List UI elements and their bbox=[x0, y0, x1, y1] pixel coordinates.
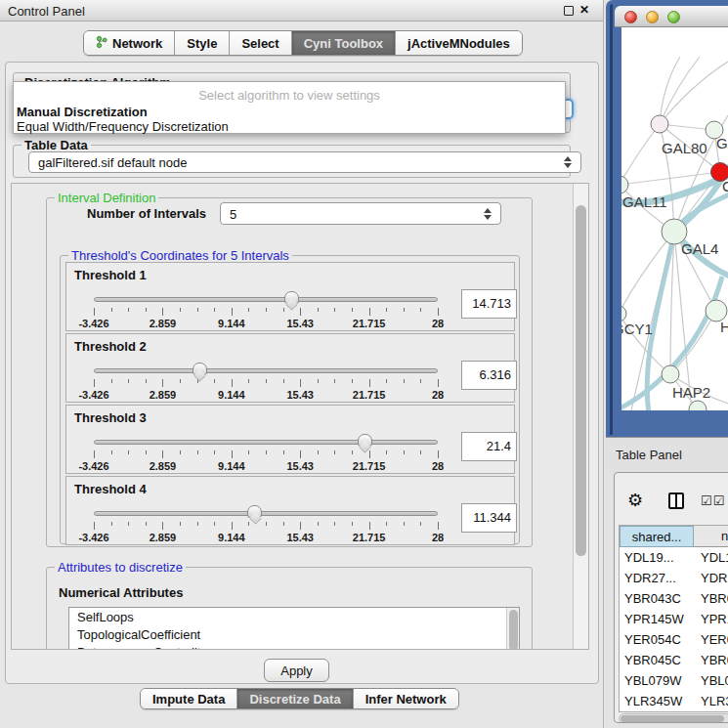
cell-shared-name[interactable]: YDL19... bbox=[624, 547, 674, 568]
slider-track[interactable] bbox=[94, 368, 438, 373]
cell-shared-name[interactable]: YBL079W bbox=[624, 670, 682, 691]
slider-tick bbox=[128, 522, 129, 526]
threshold-value-field[interactable]: 11.344 bbox=[461, 503, 517, 533]
tab-network[interactable]: Network bbox=[84, 31, 175, 55]
tab-jactivemnodules[interactable]: jActiveMNodules bbox=[396, 31, 522, 55]
slider-track[interactable] bbox=[94, 511, 438, 516]
table-row[interactable]: YDL19...YDL19 bbox=[620, 547, 728, 568]
num-intervals-spinner[interactable]: 5 bbox=[220, 202, 501, 225]
slider-thumb[interactable] bbox=[358, 434, 372, 447]
slider-thumb[interactable] bbox=[247, 505, 262, 518]
gear-icon[interactable]: ⚙ bbox=[627, 490, 643, 511]
slider-tick-label: 15.43 bbox=[286, 389, 314, 401]
settings-scroll-area: Interval Definition Number of Intervals … bbox=[11, 183, 589, 650]
threshold-slider[interactable]: -3.4262.8599.14415.4321.71528 bbox=[94, 434, 438, 473]
slider-tick-label: -3.426 bbox=[78, 532, 108, 543]
list-item[interactable]: SelfLoops bbox=[69, 608, 519, 625]
slider-tick-label: 2.859 bbox=[150, 460, 177, 472]
minimize-traffic-light-icon[interactable] bbox=[646, 11, 659, 23]
cell-name[interactable]: YLR345W bbox=[701, 691, 728, 711]
dropdown-item-equal-width-frequency[interactable]: Equal Width/Frequency Discretization bbox=[17, 119, 229, 134]
table-row[interactable]: YLR345WYLR345W bbox=[620, 691, 728, 711]
dropdown-item-manual-discretization[interactable]: Manual Discretization bbox=[17, 105, 148, 119]
cell-name[interactable]: YDL19 bbox=[701, 547, 728, 568]
slider-tick-label: -3.426 bbox=[78, 460, 108, 472]
threshold-slider[interactable]: -3.4262.8599.14415.4321.71528 bbox=[94, 291, 438, 330]
slider-track[interactable] bbox=[94, 440, 438, 445]
tab-cyni-toolbox[interactable]: Cyni Toolbox bbox=[292, 31, 396, 55]
table-data-group: Table Data galFiltered.sif default node bbox=[13, 145, 571, 178]
tab-style[interactable]: Style bbox=[175, 31, 230, 55]
cell-name[interactable]: YER054C bbox=[701, 629, 728, 650]
cell-shared-name[interactable]: YBR045C bbox=[624, 650, 681, 670]
cell-shared-name[interactable]: YER054C bbox=[624, 629, 681, 650]
panel-scrollbar[interactable] bbox=[573, 184, 588, 649]
columns-icon[interactable] bbox=[668, 492, 684, 509]
table-row[interactable]: YBR045CYBR045C bbox=[620, 650, 728, 670]
column-header-shared-name[interactable]: shared... bbox=[620, 526, 694, 547]
slider-tick bbox=[162, 308, 163, 316]
tab-impute-data[interactable]: Impute Data bbox=[141, 689, 237, 708]
slider-tick bbox=[386, 379, 387, 383]
network-node-gal80[interactable] bbox=[651, 115, 668, 133]
node-label: GAL4 bbox=[681, 240, 718, 257]
float-window-icon[interactable] bbox=[564, 6, 574, 16]
threshold-value-field[interactable]: 6.316 bbox=[461, 361, 517, 390]
list-item[interactable]: TopologicalCoefficient bbox=[69, 625, 519, 643]
table-row[interactable]: YBR043CYBR043C bbox=[620, 588, 728, 609]
table-row[interactable]: YPR145WYPR145W bbox=[620, 609, 728, 629]
cell-shared-name[interactable]: YLR345W bbox=[624, 691, 682, 711]
slider-tick bbox=[146, 522, 147, 526]
slider-tick bbox=[266, 522, 267, 526]
tab-infer-network[interactable]: Infer Network bbox=[354, 689, 458, 708]
network-window: GAL80 GA C GAL11 GAL4 GCY1 H HAP2 bbox=[606, 0, 728, 437]
cell-shared-name[interactable]: YDR27... bbox=[624, 568, 676, 588]
table-row[interactable]: YBL079WYBL079W bbox=[620, 670, 728, 691]
table-row[interactable]: YDR27...YDR27 bbox=[620, 568, 728, 588]
tab-select[interactable]: Select bbox=[230, 31, 291, 55]
slider-thumb[interactable] bbox=[193, 363, 207, 375]
network-node-gal11[interactable] bbox=[621, 176, 628, 193]
threshold-slider[interactable]: -3.4262.8599.14415.4321.71528 bbox=[94, 505, 438, 544]
slider-tick bbox=[283, 522, 284, 526]
close-traffic-light-icon[interactable] bbox=[624, 11, 637, 23]
table-hscrollbar-thumb[interactable] bbox=[621, 715, 724, 722]
list-item[interactable]: BetweennessCentrality bbox=[69, 643, 519, 650]
threshold-slider[interactable]: -3.4262.8599.14415.4321.71528 bbox=[94, 363, 438, 402]
network-canvas[interactable]: GAL80 GA C GAL11 GAL4 GCY1 H HAP2 bbox=[621, 27, 728, 410]
slider-tick-label: 9.144 bbox=[218, 532, 245, 543]
list-scrollbar[interactable] bbox=[506, 608, 519, 650]
network-node-hap2[interactable] bbox=[662, 365, 679, 383]
panel-scrollbar-thumb[interactable] bbox=[576, 205, 586, 556]
close-icon[interactable]: ✕ bbox=[579, 3, 589, 17]
slider-tick bbox=[197, 308, 198, 312]
table-data-combobox[interactable]: galFiltered.sif default node bbox=[28, 151, 581, 173]
network-node-gcy1[interactable] bbox=[621, 306, 626, 321]
cell-name[interactable]: YPR145W bbox=[701, 609, 728, 629]
cell-name[interactable]: YBL079W bbox=[701, 670, 728, 691]
table-row[interactable]: YER054CYER054C bbox=[620, 629, 728, 650]
threshold-value-field[interactable]: 14.713 bbox=[461, 289, 517, 319]
zoom-traffic-light-icon[interactable] bbox=[667, 11, 680, 23]
cell-shared-name[interactable]: YBR043C bbox=[624, 588, 681, 609]
cell-name[interactable]: YDR27 bbox=[701, 568, 728, 588]
cell-name[interactable]: YBR043C bbox=[701, 588, 728, 609]
slider-track[interactable] bbox=[94, 297, 438, 302]
column-header-name[interactable]: n bbox=[694, 526, 728, 547]
network-window-titlebar[interactable] bbox=[615, 6, 728, 27]
apply-button[interactable]: Apply bbox=[264, 659, 329, 682]
table-hscrollbar[interactable] bbox=[619, 713, 728, 723]
list-scrollbar-thumb[interactable] bbox=[509, 610, 518, 650]
slider-tick bbox=[369, 450, 370, 458]
slider-thumb[interactable] bbox=[284, 291, 299, 304]
slider-tick bbox=[111, 450, 112, 454]
threshold-value-field[interactable]: 21.4 bbox=[461, 432, 517, 461]
select-columns-checkboxes-icon[interactable]: ☑☑ bbox=[701, 493, 725, 508]
slider-tick bbox=[266, 450, 267, 454]
cell-name[interactable]: YBR045C bbox=[701, 650, 728, 670]
tab-discretize-data[interactable]: Discretize Data bbox=[237, 689, 353, 708]
slider-tick bbox=[266, 379, 267, 383]
slider-tick bbox=[128, 308, 129, 312]
cell-shared-name[interactable]: YPR145W bbox=[624, 609, 684, 629]
slider-tick bbox=[146, 450, 147, 454]
